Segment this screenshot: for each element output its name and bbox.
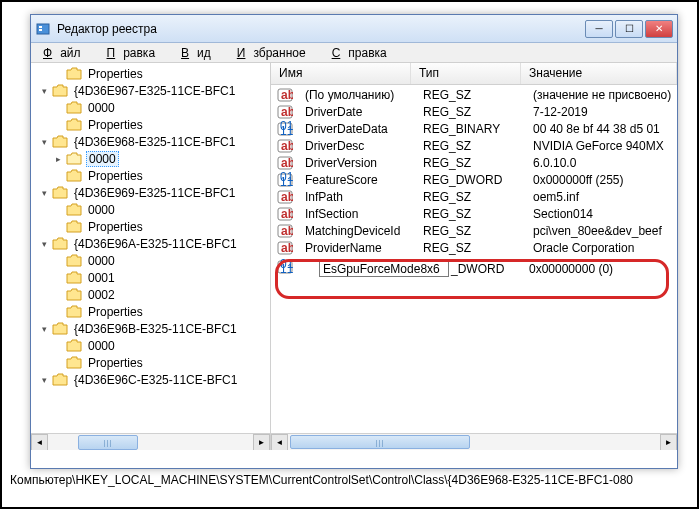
- menu-favorites[interactable]: Избранное: [229, 44, 322, 62]
- svg-text:ab: ab: [281, 105, 293, 119]
- titlebar[interactable]: Редактор реестра ─ ☐ ✕: [31, 15, 677, 43]
- folder-icon: [52, 373, 68, 386]
- scroll-thumb[interactable]: |||: [290, 435, 470, 449]
- expand-icon[interactable]: [53, 170, 64, 181]
- tree-item[interactable]: 0000: [31, 337, 270, 354]
- tree-item[interactable]: Properties: [31, 354, 270, 371]
- string-value-icon: ab: [277, 206, 293, 222]
- value-type: REG_SZ: [415, 139, 525, 153]
- tree-hscrollbar[interactable]: ◄ ||| ►: [31, 433, 270, 450]
- minimize-button[interactable]: ─: [585, 20, 613, 38]
- tree-item[interactable]: 0002: [31, 286, 270, 303]
- tree-item[interactable]: ▾{4D36E96A-E325-11CE-BFC1: [31, 235, 270, 252]
- menu-help[interactable]: Справка: [324, 44, 403, 62]
- list-row[interactable]: abInfSectionREG_SZSection014: [271, 205, 677, 222]
- list-row[interactable]: 011110DriverDateDataREG_BINARY00 40 8e b…: [271, 120, 677, 137]
- string-value-icon: ab: [277, 240, 293, 256]
- close-button[interactable]: ✕: [645, 20, 673, 38]
- binary-value-icon: 011110: [277, 172, 293, 188]
- tree-label: Properties: [86, 356, 145, 370]
- expand-icon[interactable]: [53, 289, 64, 300]
- value-name: InfPath: [297, 190, 415, 204]
- col-name[interactable]: Имя: [271, 63, 411, 84]
- expand-icon[interactable]: ▾: [39, 238, 50, 249]
- scroll-left-icon[interactable]: ◄: [271, 434, 288, 450]
- tree-item[interactable]: ▾{4D36E967-E325-11CE-BFC1: [31, 82, 270, 99]
- folder-icon: [52, 186, 68, 199]
- list-row[interactable]: abProviderNameREG_SZOracle Corporation: [271, 239, 677, 256]
- menu-view[interactable]: Вид: [173, 44, 227, 62]
- scroll-right-icon[interactable]: ►: [660, 434, 677, 450]
- tree-item[interactable]: Properties: [31, 303, 270, 320]
- menu-file[interactable]: Файл: [35, 44, 97, 62]
- expand-icon[interactable]: [53, 272, 64, 283]
- list-hscrollbar[interactable]: ◄ ||| ►: [271, 433, 677, 450]
- svg-text:ab: ab: [281, 190, 293, 204]
- expand-icon[interactable]: [53, 102, 64, 113]
- list-row[interactable]: abMatchingDeviceIdREG_SZpci\ven_80ee&dev…: [271, 222, 677, 239]
- col-value[interactable]: Значение: [521, 63, 677, 84]
- expand-icon[interactable]: [53, 357, 64, 368]
- svg-text:ab: ab: [281, 88, 293, 102]
- expand-icon[interactable]: ▾: [39, 187, 50, 198]
- tree-item[interactable]: Properties: [31, 65, 270, 82]
- tree-item[interactable]: 0000: [31, 99, 270, 116]
- svg-text:110: 110: [280, 262, 293, 275]
- scroll-left-icon[interactable]: ◄: [31, 434, 48, 451]
- tree-label: {4D36E96A-E325-11CE-BFC1: [72, 237, 239, 251]
- svg-text:110: 110: [280, 124, 293, 137]
- tree-item[interactable]: ▾{4D36E96C-E325-11CE-BFC1: [31, 371, 270, 388]
- string-value-icon: ab: [277, 87, 293, 103]
- list-row[interactable]: ab(По умолчанию)REG_SZ(значение не присв…: [271, 86, 677, 103]
- maximize-button[interactable]: ☐: [615, 20, 643, 38]
- expand-icon[interactable]: ▾: [39, 323, 50, 334]
- tree-item[interactable]: ▾{4D36E968-E325-11CE-BFC1: [31, 133, 270, 150]
- scroll-right-icon[interactable]: ►: [253, 434, 270, 451]
- tree-item[interactable]: ▾{4D36E96B-E325-11CE-BFC1: [31, 320, 270, 337]
- value-data: (значение не присвоено): [525, 88, 677, 102]
- expand-icon[interactable]: ▾: [39, 85, 50, 96]
- list-row[interactable]: abInfPathREG_SZoem5.inf: [271, 188, 677, 205]
- tree-item[interactable]: 0001: [31, 269, 270, 286]
- window-title: Редактор реестра: [57, 22, 585, 36]
- value-type: REG_SZ: [415, 241, 525, 255]
- folder-icon: [66, 305, 82, 318]
- value-type: REG_SZ: [415, 190, 525, 204]
- folder-icon: [52, 84, 68, 97]
- expand-icon[interactable]: ▸: [53, 153, 64, 164]
- expand-icon[interactable]: [53, 119, 64, 130]
- tree-item[interactable]: ▸0000: [31, 150, 270, 167]
- col-type[interactable]: Тип: [411, 63, 521, 84]
- list-row[interactable]: abDriverDescREG_SZNVIDIA GeForce 940MX: [271, 137, 677, 154]
- expand-icon[interactable]: [53, 221, 64, 232]
- tree-item[interactable]: Properties: [31, 116, 270, 133]
- expand-icon[interactable]: [53, 340, 64, 351]
- list-row[interactable]: 011110FeatureScoreREG_DWORD0x000000ff (2…: [271, 171, 677, 188]
- binary-value-icon: 011110: [277, 121, 293, 137]
- svg-rect-1: [39, 26, 42, 28]
- rename-input[interactable]: [319, 260, 449, 277]
- value-data: pci\ven_80ee&dev_beef: [525, 224, 677, 238]
- value-type: REG_SZ: [415, 207, 525, 221]
- expand-icon[interactable]: ▾: [39, 136, 50, 147]
- expand-icon[interactable]: [53, 255, 64, 266]
- list-row[interactable]: abDriverDateREG_SZ7-12-2019: [271, 103, 677, 120]
- expand-icon[interactable]: [53, 306, 64, 317]
- list-row[interactable]: abDriverVersionREG_SZ6.0.10.0: [271, 154, 677, 171]
- tree-label: Properties: [86, 118, 145, 132]
- tree-item[interactable]: Properties: [31, 167, 270, 184]
- value-name: MatchingDeviceId: [297, 224, 415, 238]
- menu-edit[interactable]: Правка: [99, 44, 172, 62]
- editing-row: 011110 _DWORD 0x00000000 (0): [271, 260, 677, 277]
- expand-icon[interactable]: ▾: [39, 374, 50, 385]
- tree-item[interactable]: 0000: [31, 201, 270, 218]
- list-pane[interactable]: Имя Тип Значение ab(По умолчанию)REG_SZ(…: [271, 63, 677, 450]
- scroll-thumb[interactable]: |||: [78, 435, 138, 450]
- tree-item[interactable]: ▾{4D36E969-E325-11CE-BFC1: [31, 184, 270, 201]
- expand-icon[interactable]: [53, 204, 64, 215]
- expand-icon[interactable]: [53, 68, 64, 79]
- tree-item[interactable]: 0000: [31, 252, 270, 269]
- tree-pane[interactable]: Properties▾{4D36E967-E325-11CE-BFC10000P…: [31, 63, 271, 450]
- value-data: Oracle Corporation: [525, 241, 677, 255]
- tree-item[interactable]: Properties: [31, 218, 270, 235]
